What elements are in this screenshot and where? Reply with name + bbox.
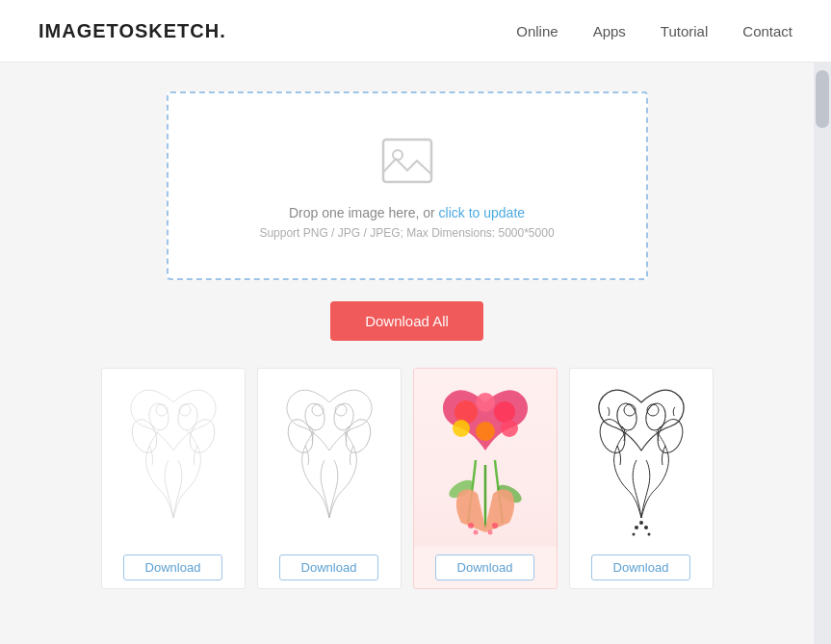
svg-point-2 — [127, 416, 161, 456]
sketch-medium-icon — [262, 374, 397, 542]
sketch-light-icon — [106, 374, 241, 542]
svg-point-31 — [647, 404, 659, 416]
page-wrapper: Drop one image here, or click to update … — [0, 63, 831, 644]
thumb-image-1 — [101, 369, 246, 547]
download-button-3[interactable]: Download — [435, 554, 535, 580]
svg-point-28 — [614, 401, 638, 431]
svg-point-12 — [312, 404, 324, 416]
svg-point-14 — [454, 400, 478, 424]
svg-point-19 — [501, 420, 518, 437]
svg-point-27 — [653, 416, 687, 456]
scrollbar-track[interactable] — [814, 63, 831, 644]
svg-point-13 — [335, 404, 347, 416]
svg-point-36 — [647, 533, 650, 536]
drop-text-label: Drop one image here, or — [289, 205, 439, 220]
svg-point-1 — [393, 150, 403, 160]
nav-contact[interactable]: Contact — [742, 23, 792, 39]
thumbnail-card-4: Download — [569, 368, 714, 589]
svg-point-22 — [468, 523, 474, 528]
drop-zone-link[interactable]: click to update — [439, 205, 526, 220]
sketch-dark-icon — [574, 374, 709, 542]
svg-point-10 — [302, 401, 326, 431]
drop-zone[interactable]: Drop one image here, or click to update … — [167, 91, 648, 280]
svg-point-30 — [624, 404, 636, 416]
image-placeholder-icon — [378, 132, 436, 190]
svg-point-7 — [179, 404, 191, 416]
download-all-button[interactable]: Download All — [330, 301, 483, 341]
svg-point-16 — [494, 401, 515, 423]
scrollbar-thumb[interactable] — [816, 70, 829, 128]
site-logo: IMAGETOSKETCH. — [39, 20, 226, 42]
drop-zone-subtext: Support PNG / JPG / JPEG; Max Dimensions… — [259, 226, 554, 240]
svg-point-9 — [341, 416, 375, 456]
svg-point-18 — [476, 422, 495, 441]
svg-point-3 — [185, 416, 219, 456]
svg-point-29 — [643, 401, 667, 431]
svg-point-25 — [487, 530, 492, 535]
svg-point-4 — [146, 401, 170, 431]
svg-point-17 — [453, 420, 470, 437]
thumb-image-2 — [257, 369, 402, 547]
content-area: Drop one image here, or click to update … — [0, 63, 814, 644]
svg-point-32 — [639, 521, 643, 525]
svg-point-11 — [331, 401, 355, 431]
main-content: Drop one image here, or click to update … — [13, 63, 802, 618]
thumbnail-card-3: Download — [413, 368, 558, 589]
drop-zone-main-text: Drop one image here, or click to update — [289, 205, 525, 220]
nav-apps[interactable]: Apps — [593, 23, 626, 39]
svg-point-24 — [492, 523, 498, 528]
svg-point-34 — [644, 526, 648, 529]
svg-rect-0 — [383, 140, 431, 182]
thumbnail-grid: Download — [80, 368, 735, 589]
thumb-image-4 — [569, 369, 714, 547]
svg-point-26 — [595, 416, 629, 456]
svg-point-15 — [476, 393, 495, 412]
site-header: IMAGETOSKETCH. Online Apps Tutorial Cont… — [0, 0, 831, 63]
download-button-4[interactable]: Download — [591, 554, 691, 580]
thumb-image-3 — [413, 369, 558, 547]
download-button-1[interactable]: Download — [123, 554, 223, 580]
thumbnail-card-2: Download — [257, 368, 402, 589]
svg-point-6 — [156, 404, 168, 416]
svg-point-5 — [175, 401, 199, 431]
svg-point-35 — [632, 533, 635, 536]
svg-point-33 — [635, 526, 638, 529]
download-button-2[interactable]: Download — [279, 554, 379, 580]
color-flower-icon — [418, 374, 553, 542]
nav-online[interactable]: Online — [516, 23, 558, 39]
nav-tutorial[interactable]: Tutorial — [661, 23, 708, 39]
main-nav: Online Apps Tutorial Contact — [516, 23, 792, 39]
svg-point-8 — [283, 416, 317, 456]
svg-point-23 — [473, 530, 478, 535]
thumbnail-card-1: Download — [101, 368, 246, 589]
